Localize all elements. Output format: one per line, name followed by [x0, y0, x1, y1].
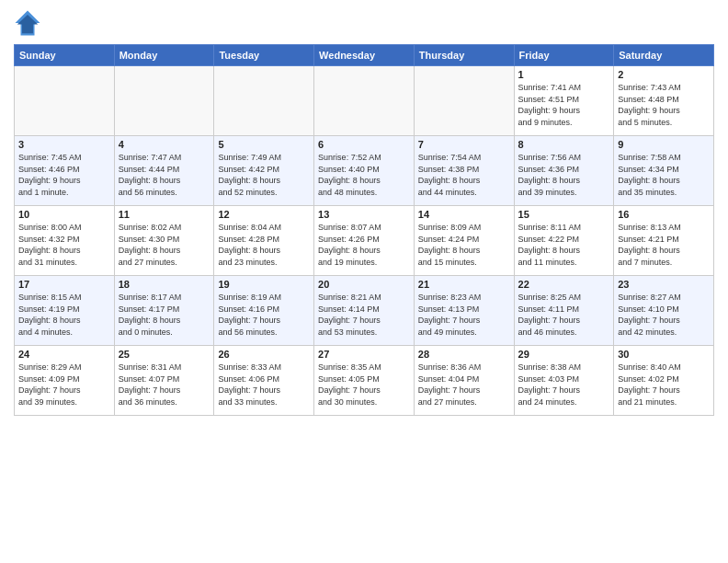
- day-info: Sunrise: 8:11 AM Sunset: 4:22 PM Dayligh…: [518, 222, 610, 268]
- day-info: Sunrise: 7:54 AM Sunset: 4:38 PM Dayligh…: [418, 152, 510, 198]
- weekday-header-thursday: Thursday: [414, 45, 514, 66]
- calendar-cell: [414, 66, 514, 136]
- calendar-cell: 26Sunrise: 8:33 AM Sunset: 4:06 PM Dayli…: [214, 346, 314, 416]
- weekday-header-saturday: Saturday: [614, 45, 714, 66]
- header: [14, 9, 714, 37]
- calendar-cell: 18Sunrise: 8:17 AM Sunset: 4:17 PM Dayli…: [114, 276, 214, 346]
- calendar-week-row: 3Sunrise: 7:45 AM Sunset: 4:46 PM Daylig…: [15, 136, 714, 206]
- day-info: Sunrise: 8:27 AM Sunset: 4:10 PM Dayligh…: [618, 292, 710, 338]
- calendar-cell: 15Sunrise: 8:11 AM Sunset: 4:22 PM Dayli…: [514, 206, 614, 276]
- day-number: 15: [518, 209, 610, 220]
- day-info: Sunrise: 8:17 AM Sunset: 4:17 PM Dayligh…: [119, 292, 210, 338]
- day-info: Sunrise: 8:21 AM Sunset: 4:14 PM Dayligh…: [318, 292, 410, 338]
- calendar-week-row: 17Sunrise: 8:15 AM Sunset: 4:19 PM Dayli…: [15, 276, 714, 346]
- day-number: 21: [418, 279, 510, 290]
- calendar-body: 1Sunrise: 7:41 AM Sunset: 4:51 PM Daylig…: [15, 66, 714, 416]
- day-number: 11: [119, 209, 210, 220]
- weekday-header-wednesday: Wednesday: [314, 45, 415, 66]
- day-info: Sunrise: 8:09 AM Sunset: 4:24 PM Dayligh…: [418, 222, 510, 268]
- calendar-cell: 21Sunrise: 8:23 AM Sunset: 4:13 PM Dayli…: [414, 276, 514, 346]
- day-number: 17: [18, 279, 110, 290]
- weekday-header-monday: Monday: [114, 45, 214, 66]
- day-number: 7: [418, 139, 510, 150]
- page: SundayMondayTuesdayWednesdayThursdayFrid…: [0, 0, 728, 563]
- day-number: 25: [119, 349, 210, 360]
- calendar-week-row: 24Sunrise: 8:29 AM Sunset: 4:09 PM Dayli…: [15, 346, 714, 416]
- day-number: 5: [218, 139, 310, 150]
- day-info: Sunrise: 7:47 AM Sunset: 4:44 PM Dayligh…: [119, 152, 210, 198]
- calendar-week-row: 10Sunrise: 8:00 AM Sunset: 4:32 PM Dayli…: [15, 206, 714, 276]
- calendar-cell: [214, 66, 314, 136]
- day-number: 1: [518, 69, 610, 80]
- day-number: 19: [218, 279, 310, 290]
- calendar-cell: 9Sunrise: 7:58 AM Sunset: 4:34 PM Daylig…: [614, 136, 714, 206]
- calendar-cell: [15, 66, 115, 136]
- day-info: Sunrise: 8:29 AM Sunset: 4:09 PM Dayligh…: [18, 362, 110, 408]
- calendar-cell: [114, 66, 214, 136]
- day-info: Sunrise: 7:43 AM Sunset: 4:48 PM Dayligh…: [618, 82, 710, 128]
- day-info: Sunrise: 7:45 AM Sunset: 4:46 PM Dayligh…: [18, 152, 110, 198]
- day-info: Sunrise: 8:40 AM Sunset: 4:02 PM Dayligh…: [618, 362, 710, 408]
- day-info: Sunrise: 8:25 AM Sunset: 4:11 PM Dayligh…: [518, 292, 610, 338]
- calendar-cell: 4Sunrise: 7:47 AM Sunset: 4:44 PM Daylig…: [114, 136, 214, 206]
- day-info: Sunrise: 7:49 AM Sunset: 4:42 PM Dayligh…: [218, 152, 310, 198]
- day-info: Sunrise: 7:52 AM Sunset: 4:40 PM Dayligh…: [318, 152, 410, 198]
- day-number: 20: [318, 279, 410, 290]
- day-info: Sunrise: 8:04 AM Sunset: 4:28 PM Dayligh…: [218, 222, 310, 268]
- calendar-cell: 14Sunrise: 8:09 AM Sunset: 4:24 PM Dayli…: [414, 206, 514, 276]
- day-info: Sunrise: 8:07 AM Sunset: 4:26 PM Dayligh…: [318, 222, 410, 268]
- day-number: 22: [518, 279, 610, 290]
- day-number: 16: [618, 209, 710, 220]
- calendar-cell: 20Sunrise: 8:21 AM Sunset: 4:14 PM Dayli…: [314, 276, 415, 346]
- calendar-week-row: 1Sunrise: 7:41 AM Sunset: 4:51 PM Daylig…: [15, 66, 714, 136]
- calendar-cell: 2Sunrise: 7:43 AM Sunset: 4:48 PM Daylig…: [614, 66, 714, 136]
- calendar-cell: 19Sunrise: 8:19 AM Sunset: 4:16 PM Dayli…: [214, 276, 314, 346]
- day-number: 30: [618, 349, 710, 360]
- logo: [14, 9, 45, 37]
- calendar-table: SundayMondayTuesdayWednesdayThursdayFrid…: [14, 44, 714, 416]
- weekday-header-row: SundayMondayTuesdayWednesdayThursdayFrid…: [15, 45, 714, 66]
- day-number: 2: [618, 69, 710, 80]
- calendar-cell: 8Sunrise: 7:56 AM Sunset: 4:36 PM Daylig…: [514, 136, 614, 206]
- day-number: 29: [518, 349, 610, 360]
- day-info: Sunrise: 8:13 AM Sunset: 4:21 PM Dayligh…: [618, 222, 710, 268]
- calendar-cell: 17Sunrise: 8:15 AM Sunset: 4:19 PM Dayli…: [15, 276, 115, 346]
- day-info: Sunrise: 8:33 AM Sunset: 4:06 PM Dayligh…: [218, 362, 310, 408]
- day-info: Sunrise: 8:15 AM Sunset: 4:19 PM Dayligh…: [18, 292, 110, 338]
- calendar-cell: 27Sunrise: 8:35 AM Sunset: 4:05 PM Dayli…: [314, 346, 415, 416]
- calendar-cell: 12Sunrise: 8:04 AM Sunset: 4:28 PM Dayli…: [214, 206, 314, 276]
- calendar-cell: 13Sunrise: 8:07 AM Sunset: 4:26 PM Dayli…: [314, 206, 415, 276]
- day-info: Sunrise: 7:58 AM Sunset: 4:34 PM Dayligh…: [618, 152, 710, 198]
- day-number: 28: [418, 349, 510, 360]
- day-info: Sunrise: 8:31 AM Sunset: 4:07 PM Dayligh…: [119, 362, 210, 408]
- day-number: 27: [318, 349, 410, 360]
- weekday-header-tuesday: Tuesday: [214, 45, 314, 66]
- day-info: Sunrise: 8:36 AM Sunset: 4:04 PM Dayligh…: [418, 362, 510, 408]
- day-number: 23: [618, 279, 710, 290]
- calendar-cell: 16Sunrise: 8:13 AM Sunset: 4:21 PM Dayli…: [614, 206, 714, 276]
- calendar-cell: 6Sunrise: 7:52 AM Sunset: 4:40 PM Daylig…: [314, 136, 415, 206]
- calendar-cell: 25Sunrise: 8:31 AM Sunset: 4:07 PM Dayli…: [114, 346, 214, 416]
- calendar-cell: 7Sunrise: 7:54 AM Sunset: 4:38 PM Daylig…: [414, 136, 514, 206]
- day-number: 26: [218, 349, 310, 360]
- day-number: 8: [518, 139, 610, 150]
- day-info: Sunrise: 8:02 AM Sunset: 4:30 PM Dayligh…: [119, 222, 210, 268]
- calendar-cell: 5Sunrise: 7:49 AM Sunset: 4:42 PM Daylig…: [214, 136, 314, 206]
- day-info: Sunrise: 8:23 AM Sunset: 4:13 PM Dayligh…: [418, 292, 510, 338]
- weekday-header-friday: Friday: [514, 45, 614, 66]
- calendar-cell: 11Sunrise: 8:02 AM Sunset: 4:30 PM Dayli…: [114, 206, 214, 276]
- day-number: 9: [618, 139, 710, 150]
- calendar-cell: 28Sunrise: 8:36 AM Sunset: 4:04 PM Dayli…: [414, 346, 514, 416]
- day-info: Sunrise: 7:56 AM Sunset: 4:36 PM Dayligh…: [518, 152, 610, 198]
- calendar-cell: 3Sunrise: 7:45 AM Sunset: 4:46 PM Daylig…: [15, 136, 115, 206]
- day-number: 18: [119, 279, 210, 290]
- calendar-cell: 29Sunrise: 8:38 AM Sunset: 4:03 PM Dayli…: [514, 346, 614, 416]
- day-number: 10: [18, 209, 110, 220]
- calendar-cell: 24Sunrise: 8:29 AM Sunset: 4:09 PM Dayli…: [15, 346, 115, 416]
- calendar-cell: 10Sunrise: 8:00 AM Sunset: 4:32 PM Dayli…: [15, 206, 115, 276]
- day-info: Sunrise: 8:35 AM Sunset: 4:05 PM Dayligh…: [318, 362, 410, 408]
- day-number: 4: [119, 139, 210, 150]
- day-number: 24: [18, 349, 110, 360]
- calendar-cell: 30Sunrise: 8:40 AM Sunset: 4:02 PM Dayli…: [614, 346, 714, 416]
- day-info: Sunrise: 8:00 AM Sunset: 4:32 PM Dayligh…: [18, 222, 110, 268]
